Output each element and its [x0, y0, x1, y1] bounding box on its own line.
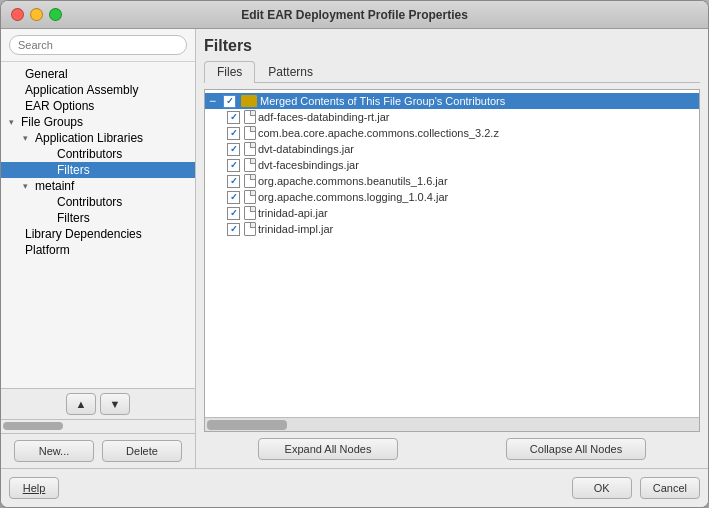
content-area: General Application Assembly EAR Options…	[1, 29, 708, 468]
window-title: Edit EAR Deployment Profile Properties	[241, 8, 468, 22]
expand-all-button[interactable]: Expand All Nodes	[258, 438, 398, 460]
dialog-bottom: Help OK Cancel	[1, 468, 708, 507]
toggle-lib-deps	[9, 227, 23, 241]
maximize-button[interactable]	[49, 8, 62, 21]
tree-node-library-dependencies[interactable]: Library Dependencies	[1, 226, 195, 242]
label-app-libraries: Application Libraries	[33, 131, 143, 145]
label-contributors-1: Contributors	[55, 147, 122, 161]
arrow-metainf: ▾	[23, 181, 33, 191]
h-scrollbar-thumb	[207, 420, 287, 430]
left-panel: General Application Assembly EAR Options…	[1, 29, 196, 468]
label-lib-deps: Library Dependencies	[23, 227, 142, 241]
arrow-file-groups: ▾	[9, 117, 19, 127]
tab-bar: Files Patterns	[204, 61, 700, 83]
help-button[interactable]: Help	[9, 477, 59, 499]
move-up-button[interactable]: ▲	[66, 393, 96, 415]
arrow-app-libraries: ▾	[23, 133, 33, 143]
file-node-merged-contents[interactable]: − Merged Contents of This File Group's C…	[205, 93, 699, 109]
toggle-contributors-2	[41, 195, 55, 209]
label-contributors-2: Contributors	[55, 195, 122, 209]
label-dvt-facesbindings: dvt-facesbindings.jar	[258, 159, 359, 171]
tab-patterns[interactable]: Patterns	[255, 61, 326, 82]
checkbox-dvt-databindings[interactable]	[227, 143, 240, 156]
file-node-com-bea[interactable]: com.bea.core.apache.commons.collections_…	[205, 125, 699, 141]
checkbox-dvt-facesbindings[interactable]	[227, 159, 240, 172]
file-node-trinidad-impl[interactable]: trinidad-impl.jar	[205, 221, 699, 237]
label-ear-options: EAR Options	[23, 99, 94, 113]
file-icon-dvt-databindings	[244, 142, 256, 156]
label-org-apache-beanutils: org.apache.commons.beanutils_1.6.jar	[258, 175, 448, 187]
label-com-bea: com.bea.core.apache.commons.collections_…	[258, 127, 499, 139]
checkbox-trinidad-api[interactable]	[227, 207, 240, 220]
file-icon-org-apache-beanutils	[244, 174, 256, 188]
label-file-groups: File Groups	[19, 115, 83, 129]
up-arrow-icon: ▲	[76, 398, 87, 410]
checkbox-org-apache-beanutils[interactable]	[227, 175, 240, 188]
file-node-adf-faces[interactable]: adf-faces-databinding-rt.jar	[205, 109, 699, 125]
filters-title: Filters	[204, 37, 700, 55]
label-dvt-databindings: dvt-databindings.jar	[258, 143, 354, 155]
search-bar	[1, 29, 195, 62]
checkbox-merged[interactable]	[223, 95, 236, 108]
label-filters-1: Filters	[55, 163, 90, 177]
tree-node-general[interactable]: General	[1, 66, 195, 82]
label-trinidad-api: trinidad-api.jar	[258, 207, 328, 219]
close-button[interactable]	[11, 8, 24, 21]
file-icon-com-bea	[244, 126, 256, 140]
file-node-dvt-facesbindings[interactable]: dvt-facesbindings.jar	[205, 157, 699, 173]
main-window: Edit EAR Deployment Profile Properties G…	[0, 0, 709, 508]
left-tree: General Application Assembly EAR Options…	[1, 62, 195, 388]
file-node-org-apache-logging[interactable]: org.apache.commons.logging_1.0.4.jar	[205, 189, 699, 205]
checkbox-com-bea[interactable]	[227, 127, 240, 140]
file-tree-scroll[interactable]: − Merged Contents of This File Group's C…	[205, 90, 699, 417]
right-panel: Filters Files Patterns − Merged Contents…	[196, 29, 708, 468]
file-icon-trinidad-impl	[244, 222, 256, 236]
left-horizontal-scrollbar[interactable]	[1, 419, 195, 433]
label-org-apache-logging: org.apache.commons.logging_1.0.4.jar	[258, 191, 448, 203]
toggle-contributors-1	[41, 147, 55, 161]
new-button[interactable]: New...	[14, 440, 94, 462]
tree-node-platform[interactable]: Platform	[1, 242, 195, 258]
toggle-merged: −	[209, 94, 221, 108]
checkbox-trinidad-impl[interactable]	[227, 223, 240, 236]
move-down-button[interactable]: ▼	[100, 393, 130, 415]
tree-node-contributors-1[interactable]: Contributors	[1, 146, 195, 162]
tree-node-filters-1[interactable]: Filters	[1, 162, 195, 178]
cancel-button[interactable]: Cancel	[640, 477, 700, 499]
tree-node-filters-2[interactable]: Filters	[1, 210, 195, 226]
file-node-dvt-databindings[interactable]: dvt-databindings.jar	[205, 141, 699, 157]
expand-collapse-buttons: Expand All Nodes Collapse All Nodes	[204, 438, 700, 460]
file-node-org-apache-beanutils[interactable]: org.apache.commons.beanutils_1.6.jar	[205, 173, 699, 189]
label-platform: Platform	[23, 243, 70, 257]
down-arrow-icon: ▼	[110, 398, 121, 410]
toggle-filters-2	[41, 211, 55, 225]
file-icon-trinidad-api	[244, 206, 256, 220]
label-metainf: metainf	[33, 179, 74, 193]
toggle-app-assembly	[9, 83, 23, 97]
tree-node-ear-options[interactable]: EAR Options	[1, 98, 195, 114]
file-icon-dvt-facesbindings	[244, 158, 256, 172]
tree-node-application-assembly[interactable]: Application Assembly	[1, 82, 195, 98]
tree-node-metainf[interactable]: ▾ metainf	[1, 178, 195, 194]
file-node-trinidad-api[interactable]: trinidad-api.jar	[205, 205, 699, 221]
tree-node-contributors-2[interactable]: Contributors	[1, 194, 195, 210]
ok-button[interactable]: OK	[572, 477, 632, 499]
ok-cancel-group: OK Cancel	[572, 477, 700, 499]
tab-files[interactable]: Files	[204, 61, 255, 83]
minimize-button[interactable]	[30, 8, 43, 21]
checkbox-adf-faces[interactable]	[227, 111, 240, 124]
tree-node-app-libraries[interactable]: ▾ Application Libraries	[1, 130, 195, 146]
collapse-all-button[interactable]: Collapse All Nodes	[506, 438, 646, 460]
window-controls	[11, 8, 62, 21]
label-filters-2: Filters	[55, 211, 90, 225]
search-input[interactable]	[9, 35, 187, 55]
label-merged: Merged Contents of This File Group's Con…	[260, 95, 505, 107]
label-app-assembly: Application Assembly	[23, 83, 138, 97]
label-trinidad-impl: trinidad-impl.jar	[258, 223, 333, 235]
horizontal-scrollbar[interactable]	[205, 417, 699, 431]
delete-button[interactable]: Delete	[102, 440, 182, 462]
scrollbar-thumb	[3, 422, 63, 430]
checkbox-org-apache-logging[interactable]	[227, 191, 240, 204]
toggle-filters-1	[41, 163, 55, 177]
tree-node-file-groups[interactable]: ▾ File Groups	[1, 114, 195, 130]
